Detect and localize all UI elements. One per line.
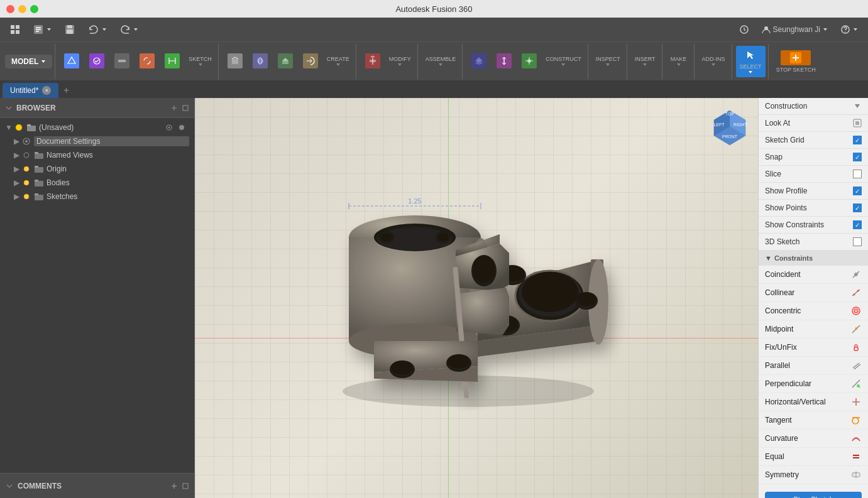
constraint-collinear[interactable]: Collinear xyxy=(759,284,868,302)
slice-checkbox[interactable] xyxy=(853,170,862,178)
sketch-label: SKETCH xyxy=(185,46,216,77)
constraint-coincident[interactable]: Coincident xyxy=(759,266,868,284)
sketches-visibility-icon[interactable] xyxy=(21,192,31,202)
insert-dropdown-icon xyxy=(642,62,647,67)
svg-rect-13 xyxy=(118,60,126,62)
maximize-window-button[interactable] xyxy=(30,5,38,13)
show-points-checkbox[interactable] xyxy=(853,203,862,212)
constraint-fix-unfix[interactable]: Fix/UnFix xyxy=(759,338,868,357)
show-profile-checkbox[interactable] xyxy=(853,187,862,195)
file-menu-button[interactable] xyxy=(28,21,57,38)
grid-menu-button[interactable] xyxy=(5,22,25,37)
constraint-perpendicular[interactable]: Perpendicular xyxy=(759,375,868,393)
stop-sketch-toolbar-button[interactable]: STOP SKETCH xyxy=(772,46,820,77)
show-profile-label: Show Profile xyxy=(765,187,807,195)
modify-press-pull-button[interactable] xyxy=(360,46,385,77)
new-tab-button[interactable]: + xyxy=(58,83,74,98)
panel-look-at[interactable]: Look At xyxy=(759,115,868,132)
minimize-window-button[interactable] xyxy=(18,5,26,13)
sketch-finish-button[interactable] xyxy=(84,46,109,77)
constraint-midpoint[interactable]: Midpoint xyxy=(759,320,868,338)
viewport[interactable]: 1.25 FRONT LEFT RIGHT TOP xyxy=(195,98,758,498)
tab-untitled[interactable]: Untitled* × xyxy=(3,83,58,98)
sketch-grid-checkbox[interactable] xyxy=(853,136,862,144)
panel-construction[interactable]: Construction xyxy=(759,98,868,115)
svg-point-30 xyxy=(16,124,22,131)
panel-slice[interactable]: Slice xyxy=(759,166,868,183)
model-button[interactable]: MODEL xyxy=(5,55,52,68)
constraint-concentric[interactable]: Concentric xyxy=(759,302,868,320)
user-menu-button[interactable]: Seunghwan Ji xyxy=(757,23,833,36)
tree-bodies[interactable]: ▶ Bodies xyxy=(0,176,194,190)
comments-panel[interactable]: COMMENTS xyxy=(0,473,194,498)
svg-rect-101 xyxy=(855,121,859,125)
constraint-symmetry[interactable]: Symmetry xyxy=(759,466,868,484)
create-box-button[interactable] xyxy=(222,46,248,77)
record-icon[interactable] xyxy=(177,122,187,133)
history-button[interactable] xyxy=(734,22,754,37)
panel-3d-sketch[interactable]: 3D Sketch xyxy=(759,234,868,251)
svg-rect-43 xyxy=(35,166,38,168)
tree-document-settings[interactable]: ▶ Document Settings xyxy=(0,134,194,148)
nav-cube[interactable]: FRONT LEFT RIGHT TOP xyxy=(708,104,752,148)
named-views-visibility-icon[interactable] xyxy=(21,150,31,160)
undo-button[interactable] xyxy=(83,21,112,38)
tree-origin[interactable]: ▶ Origin xyxy=(0,162,194,176)
show-points-label: Show Points xyxy=(765,203,807,212)
constraints-section-header[interactable]: ▼ Constraints xyxy=(759,251,868,266)
browser-options-icon[interactable] xyxy=(170,104,178,112)
midpoint-icon xyxy=(850,323,862,335)
comments-label: COMMENTS xyxy=(18,482,62,490)
constraint-curvature[interactable]: Curvature xyxy=(759,430,868,448)
panel-show-points[interactable]: Show Points xyxy=(759,200,868,217)
save-button[interactable] xyxy=(59,21,80,38)
panel-snap[interactable]: Snap xyxy=(759,149,868,166)
bodies-visibility-icon[interactable] xyxy=(21,178,31,188)
constraint-horizontal-vertical[interactable]: Horizontal/Vertical xyxy=(759,393,868,411)
constraint-parallel[interactable]: Parallel xyxy=(759,357,868,375)
tree-root[interactable]: ▼ (Unsaved) xyxy=(0,121,194,134)
sketch-create-button[interactable] xyxy=(59,46,84,77)
construct-point-button[interactable] xyxy=(517,46,542,77)
panel-show-constraints[interactable]: Show Constraints xyxy=(759,217,868,234)
panel-show-profile[interactable]: Show Profile xyxy=(759,183,868,200)
origin-visibility-icon[interactable] xyxy=(21,164,31,174)
sketch-line-button[interactable] xyxy=(109,46,135,77)
svg-text:FRONT: FRONT xyxy=(722,134,738,139)
select-button[interactable]: SELECT xyxy=(736,46,766,77)
svg-rect-32 xyxy=(27,124,31,126)
create-revolve-button[interactable] xyxy=(298,46,323,77)
close-window-button[interactable] xyxy=(6,5,14,13)
show-constraints-checkbox[interactable] xyxy=(853,220,862,229)
constraint-equal[interactable]: Equal xyxy=(759,448,868,466)
save-icon xyxy=(64,24,75,35)
tree-named-views[interactable]: ▶ Named Views xyxy=(0,148,194,162)
help-button[interactable] xyxy=(835,22,863,37)
comments-pin-icon[interactable] xyxy=(182,482,189,490)
modify-group: MODIFY xyxy=(358,44,418,79)
sketch-arc-button[interactable] xyxy=(135,46,160,77)
redo-button[interactable] xyxy=(114,21,143,38)
stop-sketch-button[interactable]: Stop Sketch xyxy=(765,492,862,498)
3d-sketch-checkbox[interactable] xyxy=(853,237,862,246)
comments-add-icon[interactable] xyxy=(170,482,178,490)
sketch-dimension-button[interactable] xyxy=(160,46,185,77)
construct-plane-button[interactable] xyxy=(466,46,492,77)
svg-marker-76 xyxy=(456,288,509,335)
snap-checkbox[interactable] xyxy=(853,153,862,161)
constraint-tangent[interactable]: Tangent xyxy=(759,411,868,430)
insert-label: INSERT xyxy=(631,46,659,77)
collinear-icon xyxy=(850,287,862,298)
create-extrude-button[interactable] xyxy=(273,46,298,77)
browser-label: BROWSER xyxy=(16,104,56,112)
svg-point-64 xyxy=(522,272,578,312)
panel-sketch-grid[interactable]: Sketch Grid xyxy=(759,132,868,149)
tree-sketches[interactable]: ▶ Sketches xyxy=(0,190,194,203)
root-visibility-icon[interactable] xyxy=(14,122,24,133)
tab-close-button[interactable]: × xyxy=(42,86,51,95)
browser-collapse-icon[interactable] xyxy=(5,104,13,112)
create-sphere-button[interactable] xyxy=(248,46,273,77)
browser-pin-icon[interactable] xyxy=(182,104,189,112)
construct-axis-button[interactable] xyxy=(492,46,517,77)
root-settings-icon[interactable] xyxy=(164,122,174,133)
